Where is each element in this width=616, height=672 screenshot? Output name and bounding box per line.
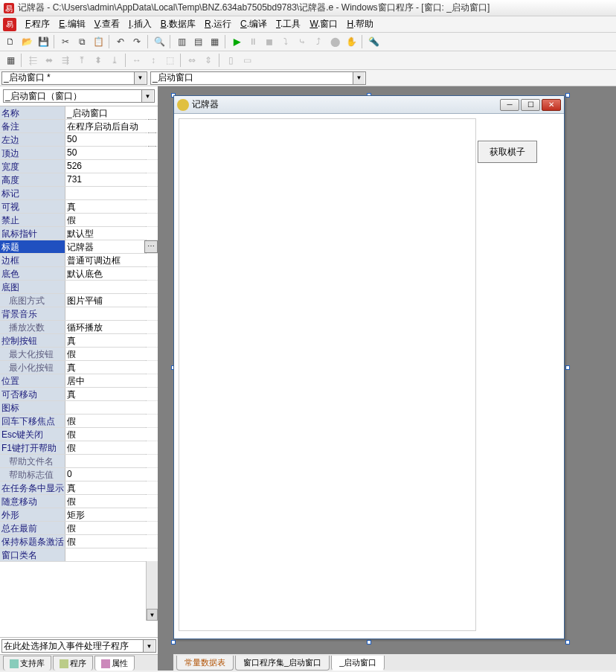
property-value[interactable]: [65, 307, 158, 320]
property-row[interactable]: 帮助标志值0: [0, 468, 158, 481]
selection-handle[interactable]: [565, 640, 570, 644]
property-row[interactable]: 随意移动假: [0, 495, 158, 508]
property-value[interactable]: 假: [65, 415, 158, 427]
property-value[interactable]: _启动窗口: [65, 106, 158, 119]
property-row[interactable]: 控制按钮真: [0, 334, 158, 348]
property-value[interactable]: 真: [65, 481, 158, 494]
selection-handle[interactable]: [171, 640, 176, 644]
save-icon[interactable]: 💾: [36, 34, 51, 49]
property-row[interactable]: 最小化按钮真: [0, 361, 158, 374]
minimize-icon[interactable]: ─: [500, 99, 519, 111]
property-row[interactable]: 在任务条中显示真: [0, 481, 158, 495]
align-middle-icon[interactable]: ⬍: [91, 53, 106, 68]
property-value[interactable]: 居中: [65, 374, 158, 387]
cut-icon[interactable]: ✂: [58, 34, 73, 49]
copy-icon[interactable]: ⧉: [74, 34, 89, 49]
property-value[interactable]: 假: [65, 522, 158, 534]
object-selector[interactable]: _启动窗口（窗口）▼: [3, 89, 155, 103]
menu-c[interactable]: C.编译: [236, 16, 272, 32]
same-width-icon[interactable]: ↔: [129, 53, 144, 68]
maximize-icon[interactable]: ☐: [521, 99, 540, 111]
open-icon[interactable]: 📂: [19, 34, 34, 49]
menu-h[interactable]: H.帮助: [342, 16, 378, 32]
form-client-area[interactable]: 获取棋子: [174, 114, 564, 639]
new-icon[interactable]: 🗋: [3, 34, 18, 49]
property-row[interactable]: 图标: [0, 401, 158, 415]
property-value[interactable]: 50: [65, 133, 158, 146]
step-into-icon[interactable]: ⤷: [295, 34, 309, 49]
property-row[interactable]: 回车下移焦点假: [0, 415, 158, 428]
breakpoint-icon[interactable]: ⬤: [327, 34, 342, 49]
close-icon[interactable]: ✕: [542, 99, 561, 111]
property-row[interactable]: 鼠标指针默认型: [0, 227, 158, 240]
tab-程序[interactable]: 程序: [53, 656, 93, 671]
property-value[interactable]: 0: [65, 468, 158, 481]
align-bottom-icon[interactable]: ⤓: [107, 53, 122, 68]
property-value[interactable]: 假: [65, 214, 158, 226]
align-center-icon[interactable]: ⬌: [42, 53, 57, 68]
panel2-icon[interactable]: ▤: [190, 34, 205, 49]
property-value[interactable]: 普通可调边框: [65, 254, 158, 266]
property-value[interactable]: [65, 401, 158, 414]
property-row[interactable]: 高度731: [0, 173, 158, 187]
property-value[interactable]: 图片平铺: [65, 294, 158, 307]
property-row[interactable]: 可否移动真: [0, 388, 158, 401]
property-row[interactable]: Esc键关闭假: [0, 428, 158, 441]
menu-r[interactable]: R.运行: [200, 16, 236, 32]
tab-属性[interactable]: 属性: [94, 656, 135, 671]
property-row[interactable]: 帮助文件名: [0, 455, 158, 468]
menu-i[interactable]: I.插入: [124, 16, 156, 32]
panel3-icon[interactable]: ▦: [207, 34, 222, 49]
property-value[interactable]: [65, 187, 158, 199]
property-row[interactable]: 宽度526: [0, 160, 158, 173]
menu-b[interactable]: B.数据库: [156, 16, 200, 32]
scroll-down-icon[interactable]: ▼: [147, 609, 158, 621]
event-selector[interactable]: 在此处选择加入事件处理子程序▼: [1, 639, 156, 653]
property-value[interactable]: 50: [65, 147, 158, 159]
property-row[interactable]: 顶边50: [0, 147, 158, 160]
property-row[interactable]: 保持标题条激活假: [0, 535, 158, 548]
selection-handle[interactable]: [565, 93, 570, 97]
vspace-icon[interactable]: ⇕: [201, 53, 216, 68]
property-value[interactable]: [65, 548, 158, 561]
property-row[interactable]: 禁止假: [0, 214, 158, 227]
step-out-icon[interactable]: ⤴: [311, 34, 326, 49]
property-row[interactable]: 底图: [0, 281, 158, 294]
tab-支持库[interactable]: 支持库: [3, 656, 51, 671]
property-value[interactable]: 真: [65, 361, 158, 374]
property-value[interactable]: [65, 455, 158, 467]
stop-icon[interactable]: ◼: [262, 34, 277, 49]
property-row[interactable]: 最大化按钮假: [0, 348, 158, 361]
property-row[interactable]: 底图方式图片平铺: [0, 294, 158, 307]
center-v-icon[interactable]: ▭: [240, 53, 254, 68]
hspace-icon[interactable]: ⇔: [185, 53, 199, 68]
align-top-icon[interactable]: ⤒: [74, 53, 89, 68]
align-left-icon[interactable]: ⬱: [25, 53, 40, 68]
same-size-icon[interactable]: ⬚: [162, 53, 177, 68]
property-value[interactable]: 循环播放: [65, 321, 158, 333]
ellipsis-button[interactable]: ⋯: [144, 240, 158, 253]
property-row[interactable]: 底色默认底色: [0, 267, 158, 281]
property-value[interactable]: 假: [65, 535, 158, 548]
property-row[interactable]: 背景音乐: [0, 307, 158, 321]
editor-tab[interactable]: 常量数据表: [176, 656, 234, 671]
property-value[interactable]: 真: [65, 334, 158, 347]
property-row[interactable]: 名称_启动窗口: [0, 106, 158, 120]
property-row[interactable]: F1键打开帮助假: [0, 441, 158, 455]
property-row[interactable]: 窗口类名: [0, 548, 158, 562]
same-height-icon[interactable]: ↕: [146, 53, 161, 68]
property-value[interactable]: 真: [65, 388, 158, 400]
property-row[interactable]: 外形矩形: [0, 508, 158, 522]
property-row[interactable]: 备注在程序启动后自动: [0, 120, 158, 133]
pause-icon[interactable]: ⏸: [246, 34, 260, 49]
panel1-icon[interactable]: ▥: [174, 34, 189, 49]
form-designer-window[interactable]: 记牌器 ─ ☐ ✕ 获取棋子: [173, 95, 565, 639]
hand-icon[interactable]: ✋: [344, 34, 359, 49]
editor-tab[interactable]: 窗口程序集_启动窗口: [235, 656, 330, 671]
property-value[interactable]: 真: [65, 200, 158, 213]
property-grid[interactable]: ▲ ▼ 名称_启动窗口备注在程序启动后自动左边50顶边50宽度526高度731标…: [0, 106, 158, 637]
center-h-icon[interactable]: ▯: [223, 53, 238, 68]
menu-w[interactable]: W.窗口: [305, 16, 342, 32]
property-value[interactable]: 526: [65, 160, 158, 173]
menu-f[interactable]: F.程序: [21, 16, 54, 32]
